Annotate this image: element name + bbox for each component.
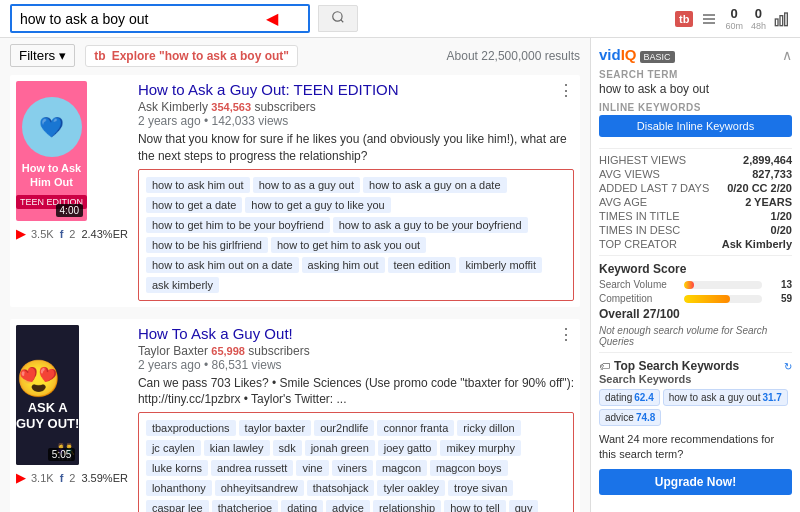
- keyword-tag[interactable]: how to as a guy out: [253, 177, 360, 193]
- keyword-tag[interactable]: our2ndlife: [314, 420, 374, 436]
- stat-label: TIMES IN TITLE: [599, 210, 679, 222]
- stat-label: AVG AGE: [599, 196, 647, 208]
- video-title-1[interactable]: How to Ask a Guy Out: TEEN EDITION: [138, 81, 399, 98]
- keyword-tag[interactable]: how to get a guy to like you: [245, 197, 390, 213]
- keyword-tag[interactable]: thatsohjack: [307, 480, 375, 496]
- keyword-tag[interactable]: how to ask a guy on a date: [363, 177, 506, 193]
- video-card-2: 😍 ASK AGUY OUT! 👫 5:05 ▶ 3.1K f 2 3.59%E…: [10, 319, 580, 512]
- keyword-tag[interactable]: relationship: [373, 500, 441, 512]
- desc-2: Can we pass 703 Likes? • Smile Sciences …: [138, 375, 574, 409]
- explore-label: Explore "how to ask a boy out": [112, 49, 289, 63]
- keyword-tag[interactable]: viners: [332, 460, 373, 476]
- stat-row: AVG AGE2 YEARS: [599, 196, 792, 208]
- disable-inline-keywords-button[interactable]: Disable Inline Keywords: [599, 115, 792, 137]
- keyword-tag[interactable]: joey gatto: [378, 440, 438, 456]
- keyword-chip[interactable]: advice74.8: [599, 409, 661, 426]
- competition-num: 59: [767, 293, 792, 304]
- vidiq-header: vidIQ BASIC ∧: [599, 46, 792, 63]
- keyword-tag[interactable]: jonah green: [305, 440, 375, 456]
- keyword-tag[interactable]: ohheyitsandrew: [215, 480, 304, 496]
- subs-2: 65,998: [211, 345, 245, 357]
- keyword-tag[interactable]: vine: [296, 460, 328, 476]
- filters-bar: Filters ▾ tb Explore "how to ask a boy o…: [10, 44, 580, 67]
- search-volume-label: Search Volume: [599, 279, 679, 290]
- search-input[interactable]: [20, 11, 260, 27]
- keyword-tag[interactable]: mikey murphy: [440, 440, 520, 456]
- keyword-tag[interactable]: how to ask him out on a date: [146, 257, 299, 273]
- keyword-tag[interactable]: lohanthony: [146, 480, 212, 496]
- yt-stat-2: 3.1K: [31, 472, 54, 484]
- vidiq-panel: vidIQ BASIC ∧ SEARCH TERM how to ask a b…: [590, 38, 800, 512]
- upgrade-button[interactable]: Upgrade Now!: [599, 469, 792, 495]
- top-bar: ◀ tb 0 60m 0 48h: [0, 0, 800, 38]
- keyword-tag[interactable]: how to tell: [444, 500, 506, 512]
- keyword-tag[interactable]: how to ask a guy to be your boyfriend: [333, 217, 528, 233]
- keyword-tag[interactable]: dating: [281, 500, 323, 512]
- main-content: Filters ▾ tb Explore "how to ask a boy o…: [0, 38, 800, 512]
- keyword-chips: dating62.4how to ask a guy out31.7advice…: [599, 389, 792, 426]
- stat-value: 0/20: [771, 224, 792, 236]
- search-button[interactable]: [318, 5, 358, 32]
- er-stat-2: 3.59%ER: [81, 472, 127, 484]
- keyword-tag[interactable]: teen edition: [388, 257, 457, 273]
- keyword-tag[interactable]: ask kimberly: [146, 277, 219, 293]
- keyword-tag[interactable]: ricky dillon: [457, 420, 520, 436]
- keyword-tag[interactable]: kimberly moffit: [459, 257, 542, 273]
- keyword-tag[interactable]: thatcherjoe: [212, 500, 278, 512]
- search-volume-bar-track: [684, 281, 762, 289]
- keyword-tag[interactable]: caspar lee: [146, 500, 209, 512]
- duration-2: 5:05: [48, 448, 75, 461]
- er-stat-1: 2.43%ER: [81, 228, 127, 240]
- duration-1: 4:00: [56, 204, 83, 217]
- stat-label: TOP CREATOR: [599, 238, 677, 250]
- keyword-tag[interactable]: how to ask him out: [146, 177, 250, 193]
- keyword-tag[interactable]: magcon boys: [430, 460, 507, 476]
- tb-logo: tb: [675, 11, 693, 27]
- stat-label: AVG VIEWS: [599, 168, 660, 180]
- keyword-tag[interactable]: taylor baxter: [239, 420, 312, 436]
- results-area: Filters ▾ tb Explore "how to ask a boy o…: [0, 38, 590, 512]
- back-arrow-icon: ◀: [266, 9, 278, 28]
- keyword-tag[interactable]: advice: [326, 500, 370, 512]
- keyword-tag[interactable]: connor franta: [377, 420, 454, 436]
- keyword-tag[interactable]: guy: [509, 500, 539, 512]
- keyword-tag[interactable]: how to get a date: [146, 197, 242, 213]
- video-title-2[interactable]: How To Ask a Guy Out!: [138, 325, 293, 342]
- keyword-tag[interactable]: asking him out: [302, 257, 385, 273]
- keyword-tag[interactable]: troye sivan: [448, 480, 513, 496]
- keyword-tag[interactable]: kian lawley: [204, 440, 270, 456]
- keyword-score-title: Keyword Score: [599, 262, 792, 276]
- keyword-tag[interactable]: andrea russett: [211, 460, 293, 476]
- keyword-tag[interactable]: sdk: [273, 440, 302, 456]
- keyword-tag[interactable]: how to get him to be your boyfriend: [146, 217, 330, 233]
- filters-label: Filters: [19, 48, 55, 63]
- keyword-tag[interactable]: how to be his girlfriend: [146, 237, 268, 253]
- keyword-box-1: how to ask him outhow to as a guy outhow…: [138, 169, 574, 301]
- keyword-box-2: tbaxproductionstaylor baxterour2ndlifeco…: [138, 412, 574, 512]
- more-options-1[interactable]: ⋮: [558, 81, 574, 100]
- keyword-score: 31.7: [762, 392, 781, 403]
- refresh-keywords-button[interactable]: ↻: [784, 361, 792, 372]
- keyword-tag[interactable]: tyler oakley: [377, 480, 445, 496]
- keyword-tag[interactable]: how to get him to ask you out: [271, 237, 426, 253]
- yt-stat-1: 3.5K: [31, 228, 54, 240]
- desc-1: Now that you know for sure if he likes y…: [138, 131, 574, 165]
- stat-label: TIMES IN DESC: [599, 224, 680, 236]
- more-options-2[interactable]: ⋮: [558, 325, 574, 344]
- keyword-chip[interactable]: dating62.4: [599, 389, 660, 406]
- competition-label: Competition: [599, 293, 679, 304]
- keyword-tag[interactable]: jc caylen: [146, 440, 201, 456]
- search-keywords-label: Search Keywords: [599, 373, 792, 385]
- overall-score: Overall 27/100: [599, 307, 792, 321]
- explore-button[interactable]: tb Explore "how to ask a boy out": [85, 45, 298, 67]
- keyword-score: 62.4: [634, 392, 653, 403]
- keyword-chip[interactable]: how to ask a guy out31.7: [663, 389, 788, 406]
- search-volume-bar-fill: [684, 281, 694, 289]
- search-box[interactable]: ◀: [10, 4, 310, 33]
- keyword-tag[interactable]: luke korns: [146, 460, 208, 476]
- keyword-tag[interactable]: magcon: [376, 460, 427, 476]
- keyword-tag[interactable]: tbaxproductions: [146, 420, 236, 436]
- top-keywords-header: 🏷 Top Search Keywords ↻: [599, 359, 792, 373]
- panel-collapse-button[interactable]: ∧: [782, 47, 792, 63]
- filters-button[interactable]: Filters ▾: [10, 44, 75, 67]
